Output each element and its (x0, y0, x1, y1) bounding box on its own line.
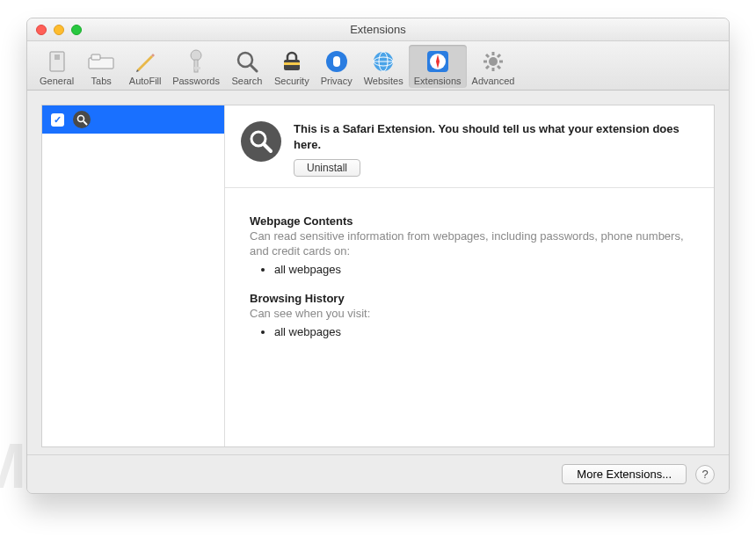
more-extensions-button[interactable]: More Extensions... (562, 464, 687, 484)
tab-label: Security (274, 76, 309, 86)
svg-line-27 (498, 54, 500, 57)
svg-rect-6 (194, 67, 200, 69)
svg-rect-5 (194, 60, 198, 72)
svg-point-19 (489, 57, 498, 66)
tab-security[interactable]: Security (269, 45, 315, 88)
preferences-toolbar: General Tabs AutoFill Passwords Search (27, 41, 729, 91)
svg-point-4 (191, 50, 201, 61)
svg-line-8 (251, 65, 257, 71)
preferences-window: Extensions General Tabs AutoFill Passwor… (26, 18, 730, 494)
perm-bullet: all webpages (274, 325, 689, 338)
websites-icon (370, 48, 396, 75)
svg-point-28 (77, 115, 84, 121)
tab-label: General (40, 76, 74, 86)
tab-label: Tabs (91, 76, 112, 86)
extension-description: This is a Safari Extension. You should t… (294, 121, 698, 152)
content-area: ✓ This is a Safari Extension. You should… (41, 105, 715, 447)
perm-title: Browsing History (250, 292, 689, 305)
svg-line-31 (264, 144, 271, 151)
passwords-icon (183, 48, 209, 75)
svg-rect-1 (55, 54, 60, 60)
tab-label: Extensions (414, 76, 462, 86)
general-icon (44, 48, 70, 75)
search-icon (234, 48, 260, 75)
title-bar: Extensions (27, 18, 729, 41)
svg-line-26 (486, 66, 489, 69)
permissions-section: Webpage Contents Can read sensitive info… (225, 188, 714, 381)
tab-advanced[interactable]: Advanced (467, 45, 520, 88)
uninstall-button[interactable]: Uninstall (294, 159, 360, 177)
tabs-icon (88, 48, 114, 75)
tab-label: Passwords (172, 76, 220, 86)
extension-search-icon (73, 111, 91, 128)
tab-search[interactable]: Search (225, 45, 269, 88)
window-title: Extensions (27, 23, 729, 36)
tab-label: Advanced (472, 76, 515, 86)
perm-bullet: all webpages (274, 263, 689, 276)
perm-title: Webpage Contents (250, 214, 689, 228)
tab-general[interactable]: General (34, 45, 79, 88)
autofill-icon (132, 48, 158, 75)
extensions-icon (425, 48, 451, 75)
svg-line-24 (486, 54, 489, 57)
security-icon (279, 48, 305, 75)
tab-passwords[interactable]: Passwords (167, 45, 225, 88)
tab-autofill[interactable]: AutoFill (123, 45, 167, 88)
tab-privacy[interactable]: Privacy (315, 45, 359, 88)
extension-enabled-checkbox[interactable]: ✓ (51, 113, 64, 127)
tab-label: Search (232, 76, 263, 86)
extension-big-icon (241, 121, 281, 162)
tab-label: AutoFill (129, 76, 162, 86)
tab-label: Websites (364, 76, 403, 86)
perm-text: Can see when you visit: (250, 307, 689, 322)
footer-bar: More Extensions... ? (27, 454, 729, 493)
privacy-icon (323, 48, 350, 75)
svg-rect-3 (91, 54, 100, 60)
extension-list-item[interactable]: ✓ (42, 105, 224, 134)
perm-text: Can read sensitive information from webp… (250, 229, 689, 259)
tab-label: Privacy (321, 76, 353, 86)
svg-rect-12 (333, 56, 340, 67)
tab-extensions[interactable]: Extensions (409, 45, 467, 88)
svg-line-25 (498, 66, 500, 69)
tab-tabs[interactable]: Tabs (79, 45, 123, 88)
tab-websites[interactable]: Websites (359, 45, 409, 88)
advanced-icon (480, 48, 506, 75)
help-button[interactable]: ? (695, 465, 715, 484)
extensions-sidebar: ✓ (42, 105, 225, 446)
svg-rect-10 (284, 62, 300, 65)
extension-detail: This is a Safari Extension. You should t… (225, 105, 714, 446)
svg-line-29 (84, 121, 87, 125)
